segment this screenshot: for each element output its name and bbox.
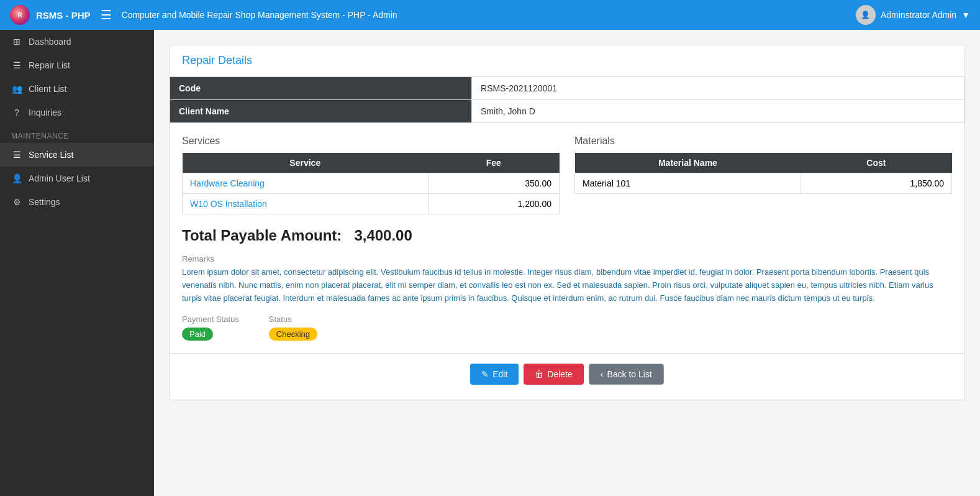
- navbar-left: R RSMS - PHP ☰ Computer and Mobile Repai…: [10, 5, 397, 25]
- sidebar-label-admin: Admin User List: [29, 173, 90, 183]
- hamburger-icon[interactable]: ☰: [101, 7, 112, 22]
- edit-icon: ✎: [481, 369, 489, 379]
- inquiry-icon: ?: [11, 107, 22, 118]
- sidebar-label-client: Client List: [29, 84, 66, 94]
- material-name: Material 101: [575, 173, 801, 194]
- remarks-text: Lorem ipsum dolor sit amet, consectetur …: [182, 266, 952, 305]
- services-label: Services: [182, 135, 560, 147]
- sidebar-label-settings: Settings: [29, 197, 60, 207]
- total-payable: Total Payable Amount: 3,400.00: [170, 214, 964, 244]
- sidebar: ⊞ Dashboard ☰ Repair List 👥 Client List …: [0, 30, 154, 496]
- page-title: Computer and Mobile Repair Shop Manageme…: [122, 10, 397, 20]
- settings-icon: ⚙: [11, 196, 22, 208]
- status-row: Payment Status Paid Status Checking: [170, 305, 964, 341]
- sidebar-label-service: Service List: [29, 150, 73, 160]
- user-dropdown-icon[interactable]: ▼: [961, 10, 970, 20]
- payment-status-group: Payment Status Paid: [182, 315, 239, 341]
- avatar: 👤: [856, 5, 876, 25]
- service-fee: 1,200.00: [428, 194, 559, 214]
- services-col-service: Service: [183, 153, 429, 173]
- back-icon: ‹: [601, 369, 604, 379]
- delete-button[interactable]: 🗑 Delete: [524, 364, 583, 385]
- status-label: Status: [269, 315, 317, 324]
- sidebar-item-admin-user-list[interactable]: 👤 Admin User List: [0, 167, 154, 190]
- service-row: W10 OS Installation 1,200.00: [183, 194, 560, 214]
- brand-logo: R: [10, 5, 30, 25]
- services-col-fee: Fee: [428, 153, 559, 173]
- materials-label: Materials: [574, 135, 952, 147]
- maintenance-label: Maintenance: [0, 124, 154, 143]
- service-fee: 350.00: [428, 173, 559, 194]
- table-row-code: Code RSMS-2021120001: [170, 77, 964, 100]
- total-payable-value: 3,400.00: [354, 227, 412, 244]
- remarks-section: Remarks Lorem ipsum dolor sit amet, cons…: [170, 244, 964, 305]
- brand-name: RSMS - PHP: [36, 10, 91, 21]
- navbar: R RSMS - PHP ☰ Computer and Mobile Repai…: [0, 0, 980, 30]
- client-icon: 👥: [11, 83, 22, 94]
- code-value: RSMS-2021120001: [472, 77, 964, 100]
- materials-table: Material Name Cost Material 101 1,850.00: [574, 153, 952, 194]
- material-row: Material 101 1,850.00: [575, 173, 952, 194]
- services-column: Services Service Fee Hardware Cleaning 3…: [182, 135, 560, 214]
- sidebar-item-client-list[interactable]: 👥 Client List: [0, 77, 154, 101]
- remarks-label: Remarks: [182, 254, 952, 264]
- sidebar-item-inquiries[interactable]: ? Inquiries: [0, 101, 154, 124]
- user-name: Adminstrator Admin: [881, 10, 956, 20]
- repair-icon: ☰: [11, 60, 22, 71]
- section-header: Repair Details: [170, 45, 964, 76]
- main-content: Repair Details Code RSMS-2021120001 Clie…: [154, 30, 980, 496]
- admin-icon: 👤: [11, 173, 22, 184]
- sidebar-label-inquiries: Inquiries: [29, 108, 61, 117]
- client-name-label: Client Name: [170, 100, 472, 123]
- code-label: Code: [170, 77, 472, 100]
- status-group: Status Checking: [269, 315, 317, 341]
- app-body: ⊞ Dashboard ☰ Repair List 👥 Client List …: [0, 30, 980, 496]
- table-row-client: Client Name Smith, John D: [170, 100, 964, 123]
- payment-status-badge: Paid: [182, 328, 213, 341]
- service-name: Hardware Cleaning: [183, 173, 429, 194]
- status-badge: Checking: [269, 328, 317, 341]
- client-name-value: Smith, John D: [472, 100, 964, 123]
- action-buttons: ✎ Edit 🗑 Delete ‹ Back to List: [170, 354, 964, 385]
- details-table: Code RSMS-2021120001 Client Name Smith, …: [170, 76, 964, 123]
- services-table: Service Fee Hardware Cleaning 350.00 W10…: [182, 153, 560, 214]
- dashboard-icon: ⊞: [11, 36, 22, 47]
- service-name: W10 OS Installation: [183, 194, 429, 214]
- sidebar-item-service-list[interactable]: ☰ Service List: [0, 143, 154, 167]
- brand: R RSMS - PHP: [10, 5, 91, 25]
- section-title: Repair Details: [182, 54, 952, 67]
- service-row: Hardware Cleaning 350.00: [183, 173, 560, 194]
- service-icon: ☰: [11, 149, 22, 160]
- sidebar-item-dashboard[interactable]: ⊞ Dashboard: [0, 30, 154, 53]
- sidebar-item-settings[interactable]: ⚙ Settings: [0, 190, 154, 214]
- trash-icon: 🗑: [535, 369, 543, 379]
- sidebar-label-dashboard: Dashboard: [29, 37, 71, 47]
- sidebar-item-repair-list[interactable]: ☰ Repair List: [0, 53, 154, 77]
- repair-details-section: Repair Details Code RSMS-2021120001 Clie…: [169, 45, 965, 400]
- navbar-right: 👤 Adminstrator Admin ▼: [856, 5, 970, 25]
- materials-column: Materials Material Name Cost Material 10…: [574, 135, 952, 214]
- sidebar-label-repair: Repair List: [29, 60, 70, 70]
- material-cost: 1,850.00: [801, 173, 951, 194]
- services-materials-section: Services Service Fee Hardware Cleaning 3…: [170, 123, 964, 214]
- materials-col-name: Material Name: [575, 153, 801, 173]
- total-payable-label: Total Payable Amount:: [182, 227, 342, 244]
- materials-col-cost: Cost: [801, 153, 951, 173]
- back-to-list-button[interactable]: ‹ Back to List: [589, 364, 664, 385]
- payment-status-label: Payment Status: [182, 315, 239, 324]
- edit-button[interactable]: ✎ Edit: [470, 364, 519, 385]
